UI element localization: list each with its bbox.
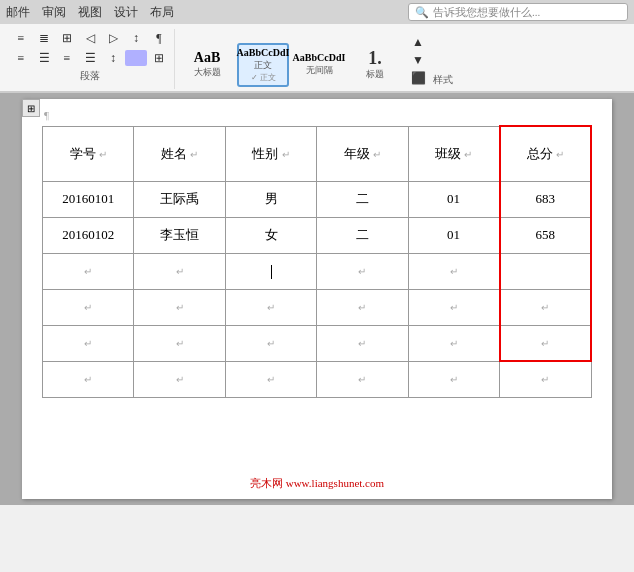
border-btn[interactable]: ⊞ [148,49,170,67]
style-nospace[interactable]: AaBbCcDdI 无间隔 [293,43,345,87]
ruler-corner-icon[interactable]: ⊞ [22,99,40,117]
menu-design[interactable]: 设计 [114,4,138,21]
cell-id-5[interactable]: ↵ [43,361,134,397]
cell-id-3[interactable]: ↵ [43,289,134,325]
style-heading-preview: AaB [194,51,220,65]
para-mark-class: ↵ [464,149,472,160]
para-mark-above: ¶ [44,109,592,121]
style-number[interactable]: 1. 标题 [349,43,401,87]
cell-id-4[interactable]: ↵ [43,325,134,361]
cell-gender-4[interactable]: ↵ [225,325,316,361]
search-bar[interactable]: 🔍 告诉我您想要做什么... [408,3,628,21]
para-mark-grade: ↵ [373,149,381,160]
styles-label: 样式 [433,73,453,87]
cell-gender-5[interactable]: ↵ [225,361,316,397]
shading-btn[interactable] [125,50,147,66]
cell-class-3[interactable]: ↵ [408,289,499,325]
cell-name-1[interactable]: 李玉恒 [134,217,225,253]
cell-name-0[interactable]: 王际禹 [134,181,225,217]
cell-class-5[interactable]: ↵ [408,361,499,397]
ribbon: ≡ ≣ ⊞ ◁ ▷ ↕ ¶ ≡ ☰ ≡ ☰ ↕ ⊞ 段落 A [0,24,634,92]
menu-bar: 邮件 审阅 视图 设计 布局 🔍 告诉我您想要做什么... [0,0,634,24]
cell-score-4[interactable]: ↵ [500,325,591,361]
style-normal[interactable]: AaBbCcDdI 正文 ✓ 正文 [237,43,289,87]
increase-indent-btn[interactable]: ▷ [102,29,124,47]
para-mark-id: ↵ [99,149,107,160]
cell-gender-0[interactable]: 男 [225,181,316,217]
header-col-id: 学号 ↵ [43,126,134,181]
cell-class-0[interactable]: 01 [408,181,499,217]
cell-score-1[interactable]: 658 [500,217,591,253]
cell-name-4[interactable]: ↵ [134,325,225,361]
header-col-name: 姓名 ↵ [134,126,225,181]
cell-class-2[interactable]: ↵ [408,253,499,289]
table-row: ↵ ↵ ↵ ↵ ↵ ↵ [43,361,592,397]
header-col-class: 班级 ↵ [408,126,499,181]
style-number-preview: 1. [368,49,382,67]
table-row: 20160101 王际禹 男 二 01 683 [43,181,592,217]
menu-view[interactable]: 视图 [78,4,102,21]
table-header-row: 学号 ↵ 姓名 ↵ 性别 ↵ 年级 ↵ [43,126,592,181]
ruler-icon-symbol: ⊞ [27,103,35,114]
style-heading[interactable]: AaB 大标题 [181,43,233,87]
cell-grade-3[interactable]: ↵ [317,289,408,325]
align-center-btn[interactable]: ☰ [33,49,55,67]
search-placeholder: 告诉我您想要做什么... [433,5,540,20]
pilcrow-btn[interactable]: ¶ [148,29,170,47]
cell-grade-2[interactable]: ↵ [317,253,408,289]
cell-class-4[interactable]: ↵ [408,325,499,361]
header-col-gender: 性别 ↵ [225,126,316,181]
styles-expand[interactable]: ⬛ [407,69,429,87]
style-normal-preview: AaBbCcDdI [237,48,290,58]
para-mark-score: ↵ [556,149,564,160]
styles-scroll-down[interactable]: ▼ [407,51,429,69]
decrease-indent-btn[interactable]: ◁ [79,29,101,47]
document-page: ⊞ ¶ 学号 ↵ 姓名 ↵ 性别 ↵ [22,99,612,499]
table-row: ↵ ↵ ↵ ↵ [43,253,592,289]
cell-grade-0[interactable]: 二 [317,181,408,217]
cell-gender-2[interactable] [225,253,316,289]
table-row: 20160102 李玉恒 女 二 01 658 [43,217,592,253]
multilevel-list-btn[interactable]: ⊞ [56,29,78,47]
cell-gender-1[interactable]: 女 [225,217,316,253]
styles-scroll-up[interactable]: ▲ [407,33,429,51]
line-spacing-btn[interactable]: ↕ [102,49,124,67]
cell-score-3[interactable]: ↵ [500,289,591,325]
para-mark-name: ↵ [190,149,198,160]
cell-score-0[interactable]: 683 [500,181,591,217]
ribbon-paragraph-group: ≡ ≣ ⊞ ◁ ▷ ↕ ¶ ≡ ☰ ≡ ☰ ↕ ⊞ 段落 [6,29,175,89]
sort-btn[interactable]: ↕ [125,29,147,47]
text-cursor [271,265,272,279]
para-mark-gender: ↵ [282,149,290,160]
cell-name-3[interactable]: ↵ [134,289,225,325]
style-nospace-preview: AaBbCcDdI [293,53,346,63]
style-normal-indicator: ✓ 正文 [251,72,276,83]
menu-layout[interactable]: 布局 [150,4,174,21]
cell-class-1[interactable]: 01 [408,217,499,253]
cell-gender-3[interactable]: ↵ [225,289,316,325]
numbered-list-btn[interactable]: ≣ [33,29,55,47]
bullet-list-btn[interactable]: ≡ [10,29,32,47]
cell-name-2[interactable]: ↵ [134,253,225,289]
cell-name-5[interactable]: ↵ [134,361,225,397]
cell-id-2[interactable]: ↵ [43,253,134,289]
style-number-name: 标题 [366,68,384,81]
style-normal-name: 正文 [254,59,272,72]
watermark: 亮木网 www.liangshunet.com [250,476,384,491]
cell-grade-4[interactable]: ↵ [317,325,408,361]
cell-id-0[interactable]: 20160101 [43,181,134,217]
justify-btn[interactable]: ☰ [79,49,101,67]
styles-section: AaB 大标题 AaBbCcDdI 正文 ✓ 正文 AaBbCcDdI 无间隔 … [177,29,457,89]
cell-id-1[interactable]: 20160102 [43,217,134,253]
align-right-btn[interactable]: ≡ [56,49,78,67]
cell-score-5[interactable]: ↵ [500,361,591,397]
style-nospace-name: 无间隔 [306,64,333,77]
align-left-btn[interactable]: ≡ [10,49,32,67]
paragraph-label: 段落 [80,69,100,83]
cell-score-2[interactable] [500,253,591,289]
cell-grade-1[interactable]: 二 [317,217,408,253]
cell-grade-5[interactable]: ↵ [317,361,408,397]
menu-mail[interactable]: 邮件 [6,4,30,21]
menu-review[interactable]: 审阅 [42,4,66,21]
style-heading-name: 大标题 [194,66,221,79]
